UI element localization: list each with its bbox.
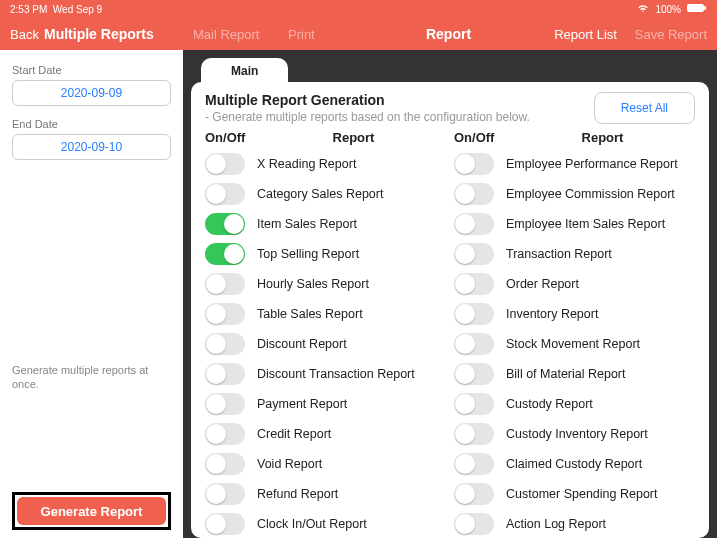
report-toggle[interactable] <box>454 453 494 475</box>
report-row: Transaction Report <box>454 239 695 269</box>
report-label: Transaction Report <box>506 247 612 261</box>
report-row: Discount Report <box>205 329 446 359</box>
report-row: Custody Inventory Report <box>454 419 695 449</box>
report-label: Category Sales Report <box>257 187 383 201</box>
app-header: Back Multiple Reports Mail Report Print … <box>0 18 717 50</box>
report-row: Bill of Material Report <box>454 359 695 389</box>
panel-subtitle: - Generate multiple reports based on the… <box>205 110 530 124</box>
report-toggle[interactable] <box>205 273 245 295</box>
panel-title: Multiple Report Generation <box>205 92 530 108</box>
report-row: Employee Performance Report <box>454 149 695 179</box>
report-label: Discount Transaction Report <box>257 367 415 381</box>
report-row: X Reading Report <box>205 149 446 179</box>
report-label: Credit Report <box>257 427 331 441</box>
back-button[interactable]: Back <box>10 27 39 42</box>
battery-icon <box>687 3 707 15</box>
column-header-onoff: On/Off <box>454 130 510 145</box>
report-toggle[interactable] <box>454 303 494 325</box>
status-date: Wed Sep 9 <box>53 4 102 15</box>
report-toggle[interactable] <box>454 363 494 385</box>
report-label: Clock In/Out Report <box>257 517 367 531</box>
report-row: Stock Movement Report <box>454 329 695 359</box>
report-panel: Multiple Report Generation - Generate mu… <box>191 82 709 538</box>
report-label: Order Report <box>506 277 579 291</box>
page-title: Multiple Reports <box>44 26 154 42</box>
report-row: Credit Report <box>205 419 446 449</box>
report-toggle[interactable] <box>205 423 245 445</box>
report-row: Void Report <box>205 449 446 479</box>
report-label: Employee Commission Report <box>506 187 675 201</box>
battery-percent: 100% <box>655 4 681 15</box>
start-date-label: Start Date <box>12 64 171 76</box>
report-toggle[interactable] <box>205 393 245 415</box>
svg-rect-1 <box>704 6 706 10</box>
report-row: Refund Report <box>205 479 446 509</box>
report-row: Category Sales Report <box>205 179 446 209</box>
end-date-label: End Date <box>12 118 171 130</box>
report-toggle[interactable] <box>205 243 245 265</box>
report-label: Void Report <box>257 457 322 471</box>
report-row: Table Sales Report <box>205 299 446 329</box>
report-toggle[interactable] <box>454 273 494 295</box>
report-toggle[interactable] <box>454 513 494 535</box>
report-label: Employee Performance Report <box>506 157 678 171</box>
report-toggle[interactable] <box>454 333 494 355</box>
report-toggle[interactable] <box>205 453 245 475</box>
end-date-button[interactable]: 2020-09-10 <box>12 134 171 160</box>
report-toggle[interactable] <box>454 423 494 445</box>
report-row: Custody Report <box>454 389 695 419</box>
report-label: Employee Item Sales Report <box>506 217 665 231</box>
report-toggle[interactable] <box>454 213 494 235</box>
svg-rect-0 <box>687 4 704 12</box>
status-time: 2:53 PM <box>10 4 47 15</box>
header-center-title: Report <box>426 26 471 42</box>
report-toggle[interactable] <box>205 213 245 235</box>
report-label: Action Log Report <box>506 517 606 531</box>
report-row: Inventory Report <box>454 299 695 329</box>
report-row: Employee Commission Report <box>454 179 695 209</box>
tab-main[interactable]: Main <box>201 58 288 84</box>
report-toggle[interactable] <box>205 363 245 385</box>
report-toggle[interactable] <box>205 483 245 505</box>
status-bar: 2:53 PM Wed Sep 9 100% <box>0 0 717 18</box>
report-label: Top Selling Report <box>257 247 359 261</box>
report-label: Hourly Sales Report <box>257 277 369 291</box>
main-area: Main Multiple Report Generation - Genera… <box>183 50 717 538</box>
report-row: Item Sales Report <box>205 209 446 239</box>
generate-report-button[interactable]: Generate Report <box>17 497 166 525</box>
report-label: Custody Inventory Report <box>506 427 648 441</box>
save-report-button[interactable]: Save Report <box>635 27 707 42</box>
print-button[interactable]: Print <box>288 27 315 42</box>
report-column-right: On/Off Report Employee Performance Repor… <box>454 130 695 538</box>
report-row: Payment Report <box>205 389 446 419</box>
report-row: Action Log Report <box>454 509 695 538</box>
report-toggle[interactable] <box>205 153 245 175</box>
report-toggle[interactable] <box>454 183 494 205</box>
report-label: Claimed Custody Report <box>506 457 642 471</box>
report-toggle[interactable] <box>205 513 245 535</box>
report-row: Top Selling Report <box>205 239 446 269</box>
report-row: Clock In/Out Report <box>205 509 446 538</box>
report-toggle[interactable] <box>454 393 494 415</box>
mail-report-button[interactable]: Mail Report <box>193 27 259 42</box>
report-row: Employee Item Sales Report <box>454 209 695 239</box>
report-toggle[interactable] <box>454 243 494 265</box>
sidebar: Start Date 2020-09-09 End Date 2020-09-1… <box>0 50 183 538</box>
reset-all-button[interactable]: Reset All <box>594 92 695 124</box>
report-toggle[interactable] <box>454 483 494 505</box>
sidebar-note: Generate multiple reports at once. <box>12 363 171 392</box>
report-toggle[interactable] <box>205 303 245 325</box>
report-row: Order Report <box>454 269 695 299</box>
report-label: Custody Report <box>506 397 593 411</box>
report-toggle[interactable] <box>205 183 245 205</box>
report-toggle[interactable] <box>205 333 245 355</box>
report-list-button[interactable]: Report List <box>554 27 617 42</box>
report-label: Bill of Material Report <box>506 367 626 381</box>
start-date-button[interactable]: 2020-09-09 <box>12 80 171 106</box>
report-row: Claimed Custody Report <box>454 449 695 479</box>
report-toggle[interactable] <box>454 153 494 175</box>
report-label: Discount Report <box>257 337 347 351</box>
generate-report-highlight: Generate Report <box>12 492 171 530</box>
report-label: Table Sales Report <box>257 307 363 321</box>
report-row: Hourly Sales Report <box>205 269 446 299</box>
